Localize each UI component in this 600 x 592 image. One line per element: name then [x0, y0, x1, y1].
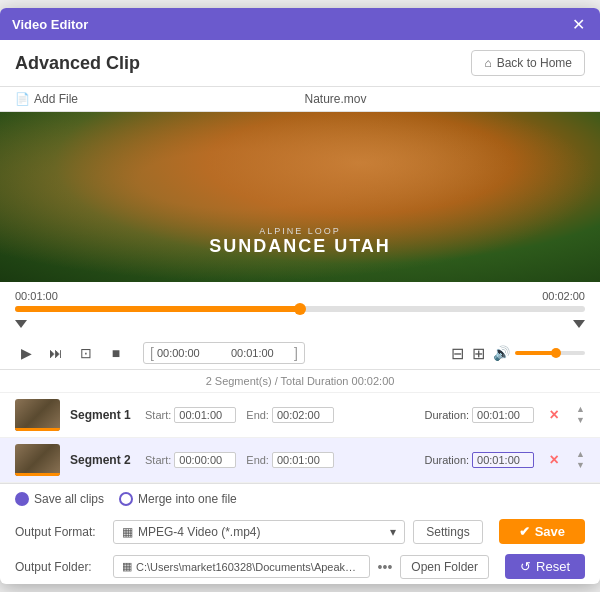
save-button[interactable]: ✔ Save — [499, 519, 585, 544]
duration-label-2: Duration: — [424, 454, 469, 466]
open-folder-button[interactable]: Open Folder — [400, 555, 489, 579]
merge-option[interactable]: Merge into one file — [119, 492, 237, 506]
segment-1-start-input[interactable] — [174, 407, 236, 423]
segment-2-up-arrow[interactable]: ▲ — [576, 449, 585, 460]
segment-2-end-field: End: — [246, 452, 334, 468]
video-text-overlay: ALPINE LOOP SUNDANCE UTAH — [209, 226, 391, 257]
titlebar: Video Editor ✕ — [0, 8, 600, 40]
reset-action: ↺ Reset — [505, 554, 585, 579]
home-icon: ⌂ — [484, 56, 491, 70]
timeline-start-time: 00:01:00 — [15, 290, 58, 302]
segment-1-duration: Duration: — [424, 407, 534, 423]
save-all-option[interactable]: Save all clips — [15, 492, 104, 506]
segment-2-end-input[interactable] — [272, 452, 334, 468]
header: Advanced Clip ⌂ Back to Home — [0, 40, 600, 87]
filename-label: Nature.mov — [86, 92, 585, 106]
segment-2-img — [15, 444, 60, 476]
page-title: Advanced Clip — [15, 53, 140, 74]
segment-2-duration: Duration: — [424, 452, 534, 468]
segment-2-track — [15, 473, 60, 476]
settings-button[interactable]: Settings — [413, 520, 482, 544]
timeline-marker-right[interactable] — [573, 320, 585, 328]
merge-radio[interactable] — [119, 492, 133, 506]
save-all-label: Save all clips — [34, 492, 104, 506]
end-label-1: End: — [246, 409, 269, 421]
output-folder-row: Output Folder: ▦ C:\Users\market160328\D… — [0, 549, 600, 584]
format-icon: ▦ — [122, 525, 133, 539]
segment-1-close-button[interactable]: × — [544, 406, 564, 424]
segment-2-start-field: Start: — [145, 452, 236, 468]
merge-label: Merge into one file — [138, 492, 237, 506]
action-buttons: ✔ Save — [499, 519, 585, 544]
bracket-right-icon: ] — [294, 345, 298, 361]
video-preview: ALPINE LOOP SUNDANCE UTAH — [0, 112, 600, 282]
segment-2-down-arrow[interactable]: ▼ — [576, 460, 585, 471]
timeline-times: 00:01:00 00:02:00 — [15, 290, 585, 302]
segment-2-thumbnail — [15, 444, 60, 476]
play-button[interactable]: ▶ — [15, 342, 37, 364]
video-placeholder: ALPINE LOOP SUNDANCE UTAH — [0, 112, 600, 282]
segment-1-end-input[interactable] — [272, 407, 334, 423]
volume-control: 🔊 — [493, 345, 585, 361]
segment-1-duration-input[interactable] — [472, 407, 534, 423]
save-label: Save — [535, 524, 565, 539]
segment-1-down-arrow[interactable]: ▼ — [576, 415, 585, 426]
settings-label: Settings — [426, 525, 469, 539]
segment-2-duration-input[interactable] — [472, 452, 534, 468]
output-format-row: Output Format: ▦ MPEG-4 Video (*.mp4) ▾ … — [0, 514, 600, 549]
clip-button[interactable]: ⊡ — [75, 342, 97, 364]
close-button[interactable]: ✕ — [568, 14, 588, 34]
segments-info: 2 Segment(s) / Total Duration 00:02:00 — [0, 370, 600, 393]
segment-2-start-input[interactable] — [174, 452, 236, 468]
playback-controls: ▶ ⏭ ⊡ ■ [ ] ⊟ ⊞ 🔊 — [0, 337, 600, 370]
start-label-1: Start: — [145, 409, 171, 421]
segment-1-up-arrow[interactable]: ▲ — [576, 404, 585, 415]
add-file-label: Add File — [34, 92, 78, 106]
reset-icon: ↺ — [520, 559, 531, 574]
reset-button[interactable]: ↺ Reset — [505, 554, 585, 579]
segment-1-end-field: End: — [246, 407, 334, 423]
merge-icon[interactable]: ⊞ — [472, 344, 485, 363]
segment-2-arrows: ▲ ▼ — [576, 449, 585, 471]
timeline-markers — [15, 320, 585, 328]
segment-2-close-button[interactable]: × — [544, 451, 564, 469]
segment-2-label: Segment 2 — [70, 453, 135, 467]
timeline-end-time: 00:02:00 — [542, 290, 585, 302]
time-from-input[interactable] — [157, 347, 217, 359]
save-check-icon: ✔ — [519, 524, 530, 539]
folder-dots-button[interactable]: ••• — [378, 559, 393, 575]
next-frame-button[interactable]: ⏭ — [45, 342, 67, 364]
video-main-text: SUNDANCE UTAH — [209, 236, 391, 257]
format-select[interactable]: ▦ MPEG-4 Video (*.mp4) ▾ — [113, 520, 405, 544]
save-all-radio[interactable] — [15, 492, 29, 506]
timeline-track[interactable] — [15, 306, 585, 312]
bracket-left-icon: [ — [150, 345, 154, 361]
segment-1-arrows: ▲ ▼ — [576, 404, 585, 426]
segment-1-img — [15, 399, 60, 431]
segment-1-start-field: Start: — [145, 407, 236, 423]
timeline-marker-left[interactable] — [15, 320, 27, 328]
back-home-label: Back to Home — [497, 56, 572, 70]
start-label-2: Start: — [145, 454, 171, 466]
timeline-fill — [15, 306, 300, 312]
segment-2-row: Segment 2 Start: End: Duration: × ▲ ▼ — [0, 438, 600, 483]
time-to-input[interactable] — [231, 347, 291, 359]
reset-label: Reset — [536, 559, 570, 574]
timeline-area: 00:01:00 00:02:00 — [0, 282, 600, 337]
time-range-inputs: [ ] — [143, 342, 305, 364]
volume-slider[interactable] — [515, 351, 585, 355]
segment-row: Segment 1 Start: End: Duration: × ▲ ▼ — [0, 393, 600, 438]
duration-label-1: Duration: — [424, 409, 469, 421]
folder-icon: ▦ — [122, 560, 132, 573]
timeline-thumb[interactable] — [294, 303, 306, 315]
end-label-2: End: — [246, 454, 269, 466]
folder-label: Output Folder: — [15, 560, 105, 574]
back-home-button[interactable]: ⌂ Back to Home — [471, 50, 585, 76]
add-file-button[interactable]: 📄 Add File — [15, 92, 78, 106]
split-icon[interactable]: ⊟ — [451, 344, 464, 363]
folder-path-display: ▦ C:\Users\market160328\Documents\Apeaks… — [113, 555, 370, 578]
stop-button[interactable]: ■ — [105, 342, 127, 364]
open-folder-label: Open Folder — [411, 560, 478, 574]
window-title: Video Editor — [12, 17, 88, 32]
toolbar: 📄 Add File Nature.mov — [0, 87, 600, 112]
